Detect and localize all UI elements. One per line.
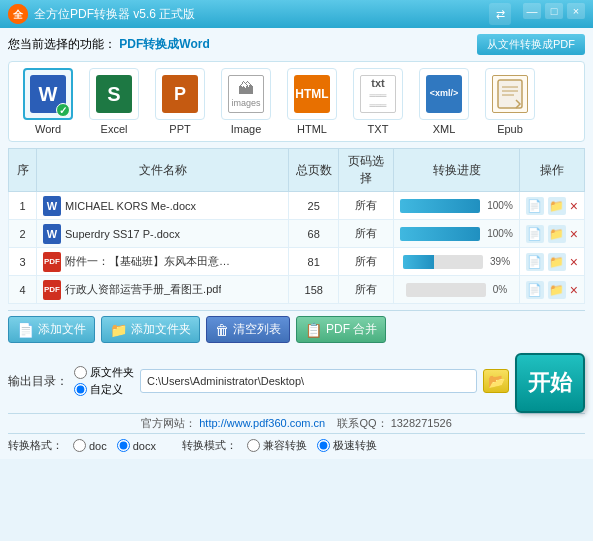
icon-excel[interactable]: S Excel — [83, 68, 145, 135]
open-folder-button[interactable]: 📁 — [548, 225, 566, 243]
open-folder-button[interactable]: 📁 — [548, 197, 566, 215]
row-pagesel[interactable]: 所有 — [339, 276, 394, 304]
col-progress: 转换进度 — [394, 149, 520, 192]
mode-fast[interactable]: 极速转换 — [317, 438, 377, 453]
radio-original-folder[interactable]: 原文件夹 — [74, 365, 134, 380]
site-url[interactable]: http://www.pdf360.com.cn — [199, 417, 325, 429]
action-buttons: 📄 📁 × — [526, 197, 578, 215]
remove-file-button[interactable]: × — [570, 226, 578, 242]
row-pages: 25 — [289, 192, 339, 220]
icon-html[interactable]: HTML HTML — [281, 68, 343, 135]
bottom-toolbar: 📄 添加文件 📁 添加文件夹 🗑 清空列表 📋 PDF 合并 — [8, 310, 585, 348]
open-file-button[interactable]: 📄 — [526, 253, 544, 271]
add-folder-button[interactable]: 📁 添加文件夹 — [101, 316, 200, 343]
epub-icon — [492, 75, 528, 113]
app-title: 全方位PDF转换器 v5.6 正式版 — [34, 6, 489, 23]
output-row: 输出目录： 原文件夹 自定义 📂 — [8, 365, 509, 397]
output-section: 输出目录： 原文件夹 自定义 📂 开始 — [8, 353, 585, 413]
icon-xml[interactable]: <xml/> XML — [413, 68, 475, 135]
open-file-button[interactable]: 📄 — [526, 197, 544, 215]
row-pagesel[interactable]: 所有 — [339, 248, 394, 276]
icon-word[interactable]: W ✓ Word — [17, 68, 79, 135]
open-folder-button[interactable]: 📁 — [548, 253, 566, 271]
table-row: 2WSuperdry SS17 P-.docx68所有100% 📄 📁 × — [9, 220, 585, 248]
clear-list-button[interactable]: 🗑 清空列表 — [206, 316, 290, 343]
switch-mode-button[interactable]: 从文件转换成PDF — [477, 34, 585, 55]
add-file-button[interactable]: 📄 添加文件 — [8, 316, 95, 343]
titlebar: 全 全方位PDF转换器 v5.6 正式版 ⇄ — □ × — [0, 0, 593, 28]
progress-bar — [400, 199, 480, 213]
table-row: 4PDF行政人资部运营手册_看图王.pdf158所有0% 📄 📁 × — [9, 276, 585, 304]
func-name: PDF转换成Word — [119, 37, 209, 51]
window-controls: ⇄ — □ × — [489, 3, 585, 25]
excel-icon: S — [96, 75, 132, 113]
pdf-merge-button[interactable]: 📋 PDF 合并 — [296, 316, 386, 343]
output-label: 输出目录： — [8, 373, 68, 390]
progress-bar — [400, 227, 480, 241]
open-file-button[interactable]: 📄 — [526, 225, 544, 243]
progress-bar — [403, 255, 483, 269]
row-progress: 0% — [394, 276, 520, 304]
row-progress: 39% — [394, 248, 520, 276]
svg-text:⇄: ⇄ — [496, 8, 505, 20]
output-path-input[interactable] — [140, 369, 477, 393]
function-bar: 您当前选择的功能： PDF转换成Word 从文件转换成PDF — [8, 34, 585, 55]
word-check-icon: ✓ — [56, 103, 70, 117]
col-action: 操作 — [519, 149, 584, 192]
row-progress: 100% — [394, 192, 520, 220]
xml-icon: <xml/> — [426, 75, 462, 113]
close-button[interactable]: × — [567, 3, 585, 19]
svg-rect-4 — [498, 80, 522, 108]
format-doc[interactable]: doc — [73, 439, 107, 452]
row-filename: WMICHAEL KORS Me-.docx — [37, 192, 289, 220]
row-actions: 📄 📁 × — [519, 192, 584, 220]
output-radio-group: 原文件夹 自定义 — [74, 365, 134, 397]
app-logo: 全 — [8, 4, 28, 24]
txt-icon: txt ═══ ═══ — [360, 75, 396, 113]
icon-ppt[interactable]: P PPT — [149, 68, 211, 135]
mode-label: 转换模式： — [182, 438, 237, 453]
filename-text: Superdry SS17 P-.docx — [65, 228, 180, 240]
html-icon: HTML — [294, 75, 330, 113]
action-buttons: 📄 📁 × — [526, 225, 578, 243]
row-pagesel[interactable]: 所有 — [339, 192, 394, 220]
icon-image[interactable]: 🏔 images Image — [215, 68, 277, 135]
remove-file-button[interactable]: × — [570, 282, 578, 298]
icon-epub[interactable]: Epub — [479, 68, 541, 135]
progress-fill — [400, 199, 480, 213]
row-progress: 100% — [394, 220, 520, 248]
pdf-merge-icon: 📋 — [305, 322, 322, 338]
start-button[interactable]: 开始 — [515, 353, 585, 413]
open-file-button[interactable]: 📄 — [526, 281, 544, 299]
row-filename: WSuperdry SS17 P-.docx — [37, 220, 289, 248]
row-seq: 1 — [9, 192, 37, 220]
icon-word-label: Word — [35, 123, 61, 135]
add-file-icon: 📄 — [17, 322, 34, 338]
pdf-file-icon: PDF — [43, 280, 61, 300]
site-bar: 官方网站： http://www.pdf360.com.cn 联系QQ： 132… — [8, 413, 585, 434]
format-docx[interactable]: docx — [117, 439, 156, 452]
progress-text: 39% — [490, 256, 510, 267]
mode-compatible[interactable]: 兼容转换 — [247, 438, 307, 453]
row-actions: 📄 📁 × — [519, 220, 584, 248]
progress-fill — [400, 227, 480, 241]
maximize-button[interactable]: □ — [545, 3, 563, 19]
remove-file-button[interactable]: × — [570, 198, 578, 214]
func-label: 您当前选择的功能： PDF转换成Word — [8, 36, 210, 53]
minimize-button[interactable]: — — [523, 3, 541, 19]
row-actions: 📄 📁 × — [519, 276, 584, 304]
conversion-icons: W ✓ Word S Excel P PPT 🏔 — [8, 61, 585, 142]
radio-custom-folder[interactable]: 自定义 — [74, 382, 134, 397]
browse-folder-button[interactable]: 📂 — [483, 369, 509, 393]
remove-file-button[interactable]: × — [570, 254, 578, 270]
open-folder-button[interactable]: 📁 — [548, 281, 566, 299]
progress-text: 100% — [487, 200, 513, 211]
progress-bar — [406, 283, 486, 297]
nav-icon: ⇄ — [489, 3, 511, 25]
table-row: 3PDF附件一：【基础班】东风本田意向-.pdf81所有39% 📄 📁 × — [9, 248, 585, 276]
ppt-icon: P — [162, 75, 198, 113]
icon-txt[interactable]: txt ═══ ═══ TXT — [347, 68, 409, 135]
row-pagesel[interactable]: 所有 — [339, 220, 394, 248]
icon-xml-label: XML — [433, 123, 456, 135]
action-buttons: 📄 📁 × — [526, 253, 578, 271]
